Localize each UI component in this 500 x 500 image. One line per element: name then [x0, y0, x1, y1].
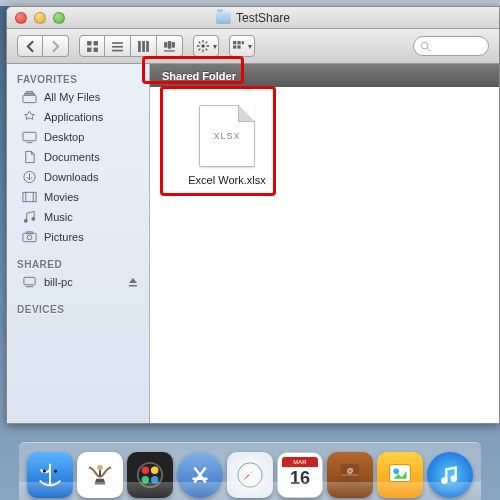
pictures-icon — [21, 230, 37, 244]
svg-line-21 — [427, 48, 430, 51]
dock-mail[interactable] — [77, 452, 123, 498]
svg-rect-28 — [22, 192, 35, 201]
svg-rect-15 — [233, 41, 236, 44]
svg-point-14 — [201, 44, 205, 48]
dock-ical[interactable]: MAR16 — [277, 452, 323, 498]
sidebar-item-documents[interactable]: Documents — [7, 147, 149, 167]
svg-rect-0 — [87, 41, 91, 45]
sidebar-item-applications[interactable]: Applications — [7, 107, 149, 127]
svg-rect-19 — [237, 45, 240, 48]
file-item[interactable]: XLSX Excel Work.xlsx — [172, 105, 282, 186]
finder-window: TestShare FAVORITES All My Files Applica… — [6, 6, 500, 424]
sidebar-item-pictures[interactable]: Pictures — [7, 227, 149, 247]
folder-icon — [216, 12, 231, 24]
sidebar-item-bill-pc[interactable]: bill-pc — [7, 272, 149, 292]
svg-rect-36 — [23, 277, 34, 285]
svg-rect-8 — [142, 41, 145, 52]
file-area[interactable]: XLSX Excel Work.xlsx — [150, 87, 499, 423]
dock-contacts[interactable]: @ — [327, 452, 373, 498]
music-icon — [21, 210, 37, 224]
dock-finder[interactable] — [27, 452, 73, 498]
svg-point-45 — [151, 467, 159, 475]
minimize-button[interactable] — [34, 12, 46, 24]
dock-dashboard[interactable] — [127, 452, 173, 498]
toolbar — [7, 29, 499, 64]
column-view-button[interactable] — [131, 35, 157, 57]
dock: MAR16 @ — [0, 442, 500, 500]
zoom-button[interactable] — [53, 12, 65, 24]
svg-point-40 — [43, 470, 46, 473]
dock-appstore[interactable] — [177, 452, 223, 498]
action-menu-button[interactable] — [193, 35, 219, 57]
sidebar-item-label: Desktop — [44, 131, 84, 143]
favorites-header: FAVORITES — [7, 70, 149, 87]
sidebar-item-label: Music — [44, 211, 73, 223]
coverflow-view-button[interactable] — [157, 35, 183, 57]
svg-rect-9 — [146, 41, 149, 52]
svg-rect-2 — [87, 47, 91, 51]
svg-rect-3 — [93, 47, 97, 51]
svg-rect-16 — [237, 41, 240, 44]
all-my-files-icon — [21, 90, 37, 104]
close-button[interactable] — [15, 12, 27, 24]
network-pc-icon — [21, 275, 37, 289]
svg-point-54 — [441, 477, 448, 484]
list-view-button[interactable] — [105, 35, 131, 57]
sidebar-item-music[interactable]: Music — [7, 207, 149, 227]
svg-text:@: @ — [347, 467, 354, 474]
applications-icon — [21, 110, 37, 124]
svg-rect-38 — [129, 285, 137, 287]
svg-point-20 — [421, 42, 427, 48]
sidebar-item-label: Pictures — [44, 231, 84, 243]
sidebar-item-label: Documents — [44, 151, 100, 163]
back-button[interactable] — [17, 35, 43, 57]
shared-folder-banner: Shared Folder — [150, 64, 499, 87]
sidebar-item-label: Movies — [44, 191, 79, 203]
svg-rect-24 — [26, 91, 32, 93]
sidebar-item-all-my-files[interactable]: All My Files — [7, 87, 149, 107]
window-title: TestShare — [236, 11, 290, 25]
svg-point-44 — [142, 467, 150, 475]
svg-rect-33 — [22, 233, 35, 241]
xlsx-file-icon: XLSX — [199, 105, 255, 167]
search-icon — [420, 41, 431, 52]
svg-rect-11 — [168, 41, 171, 49]
sidebar-item-movies[interactable]: Movies — [7, 187, 149, 207]
svg-point-46 — [142, 476, 150, 484]
sidebar-item-desktop[interactable]: Desktop — [7, 127, 149, 147]
dock-itunes[interactable] — [427, 452, 473, 498]
titlebar[interactable]: TestShare — [7, 7, 499, 29]
eject-icon[interactable] — [127, 276, 139, 288]
documents-icon — [21, 150, 37, 164]
icon-view-button[interactable] — [79, 35, 105, 57]
file-label: Excel Work.xlsx — [188, 174, 265, 186]
svg-point-55 — [450, 475, 457, 482]
svg-rect-12 — [172, 42, 175, 47]
arrange-menu-button[interactable] — [229, 35, 255, 57]
dock-safari[interactable] — [227, 452, 273, 498]
svg-point-32 — [31, 217, 35, 221]
svg-rect-1 — [93, 41, 97, 45]
svg-rect-18 — [233, 45, 236, 48]
sidebar-item-label: All My Files — [44, 91, 100, 103]
sidebar: FAVORITES All My Files Applications Desk… — [7, 64, 150, 423]
search-input[interactable] — [413, 36, 489, 56]
forward-button[interactable] — [43, 35, 69, 57]
svg-rect-17 — [242, 41, 244, 44]
dock-preview[interactable] — [377, 452, 423, 498]
desktop-icon — [21, 130, 37, 144]
movies-icon — [21, 190, 37, 204]
downloads-icon — [21, 170, 37, 184]
svg-point-31 — [23, 219, 27, 223]
svg-rect-7 — [138, 41, 141, 52]
shared-header: SHARED — [7, 255, 149, 272]
sidebar-item-label: Downloads — [44, 171, 98, 183]
svg-rect-22 — [22, 95, 35, 103]
svg-point-43 — [138, 463, 162, 487]
sidebar-item-downloads[interactable]: Downloads — [7, 167, 149, 187]
svg-point-47 — [151, 476, 159, 484]
svg-point-53 — [393, 468, 399, 474]
svg-rect-4 — [112, 42, 123, 44]
svg-rect-52 — [390, 465, 411, 482]
svg-rect-25 — [22, 132, 35, 140]
